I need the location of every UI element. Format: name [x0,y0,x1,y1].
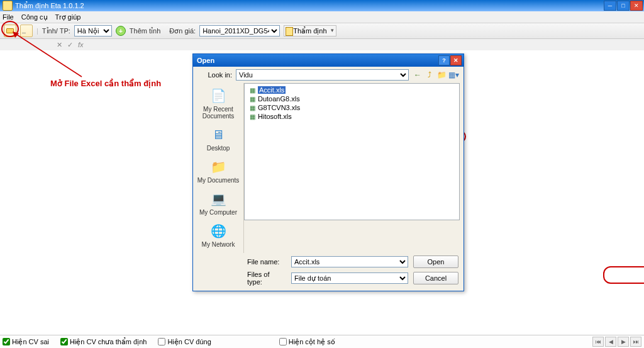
file-item[interactable]: ▦Hitosoft.xls [248,112,455,121]
fx-icon[interactable]: fx [78,41,84,48]
open-file-button[interactable] [4,25,16,37]
dialog-title: Open [197,57,214,64]
menu-bar: File Công cụ Trợ giúp [0,11,644,23]
open-button[interactable]: Open [413,255,458,268]
menu-file[interactable]: File [3,13,14,21]
dialog-close-button[interactable]: ✕ [450,55,462,65]
sheet-prev-icon[interactable]: ◀ [605,337,616,347]
up-icon[interactable]: ⤴ [425,70,435,80]
sheet-nav: ⏮ ◀ ▶ ⏭ [592,337,641,347]
unit-price-select[interactable]: Hanoi_2011XD_DG5481 [199,25,280,36]
lookin-label: Look in: [198,71,232,79]
menu-help[interactable]: Trợ giúp [55,13,81,21]
excel-file-icon: ▦ [248,86,256,94]
chk-cv-sai[interactable]: Hiện CV sai [3,338,49,346]
filetype-select[interactable]: File dự toán [291,272,408,284]
status-bar: Hiện CV sai Hiện CV chưa thẩm định Hiện … [0,335,644,348]
close-button[interactable]: ✕ [630,1,643,11]
province-select[interactable]: Hà Nội [74,25,112,36]
sheet-next-icon[interactable]: ▶ [618,337,629,347]
sheet-first-icon[interactable]: ⏮ [592,337,604,347]
menu-tools[interactable]: Công cụ [21,13,48,21]
cancel-edit-icon[interactable]: ✕ [57,41,62,49]
add-province-button[interactable]: + [116,26,126,36]
unit-price-label: Đơn giá: [169,27,196,35]
toolbar: | Tỉnh/ TP: Hà Nội + Thêm tỉnh Đơn giá: … [0,23,644,39]
view-menu-icon[interactable]: ▦▾ [448,70,458,80]
province-label: Tỉnh/ TP: [42,27,70,35]
place-mycomputer[interactable]: 💻 My Computer [193,189,243,216]
chk-cot-heso[interactable]: Hiện cột hệ số [279,338,335,346]
back-icon[interactable]: ← [413,70,423,80]
filename-label: File name: [247,258,286,266]
formula-bar: ✕ ✓ fx [0,39,644,51]
places-bar: 📄 My Recent Documents 🖥 Desktop 📁 My Doc… [193,83,244,253]
app-icon [3,1,13,11]
lookin-select[interactable]: Vidu [236,69,409,81]
place-desktop[interactable]: 🖥 Desktop [193,125,243,152]
dialog-nav-icons: ← ⤴ 📁 ▦▾ [413,70,458,80]
new-folder-icon[interactable]: 📁 [436,70,447,80]
chk-cv-dung[interactable]: Hiện CV đúng [158,338,211,346]
add-province-label: Thêm tỉnh [130,27,160,35]
cancel-button[interactable]: Cancel [413,272,458,284]
appraise-dropdown[interactable]: Thẩm định [284,25,336,36]
file-list[interactable]: ▦Accit.xls ▦DutoanG8.xls ▦G8TCVN3.xls ▦H… [244,83,460,220]
sheet-last-icon[interactable]: ⏭ [630,337,641,347]
window-titlebar: Thẩm định Eta 1.0.1.2 ─ □ ✕ [0,0,644,11]
window-title: Thẩm định Eta 1.0.1.2 [15,2,84,10]
dialog-titlebar: Open ? ✕ [193,54,464,67]
file-item[interactable]: ▦G8TCVN3.xls [248,103,455,112]
maximize-button[interactable]: □ [617,1,630,11]
annotation-text: Mở File Excel cần thẩm định [50,79,161,88]
place-mydocuments[interactable]: 📁 My Documents [193,157,243,184]
print-button[interactable] [20,25,33,37]
confirm-edit-icon[interactable]: ✓ [67,41,73,49]
dialog-help-button[interactable]: ? [438,55,450,65]
filetype-label: Files of type: [247,271,286,286]
excel-file-icon: ▦ [248,95,256,103]
place-mynetwork[interactable]: 🌐 My Network [193,221,243,248]
excel-file-icon: ▦ [248,104,256,111]
place-recent[interactable]: 📄 My Recent Documents [193,86,243,120]
open-dialog: Open ? ✕ Look in: Vidu ← ⤴ 📁 ▦▾ 📄 My Rec… [192,53,464,291]
minimize-button[interactable]: ─ [604,1,616,11]
file-item[interactable]: ▦DutoanG8.xls [248,94,455,103]
excel-file-icon: ▦ [248,113,256,120]
filename-input[interactable]: Accit.xls [291,256,408,267]
chk-cv-chua[interactable]: Hiện CV chưa thẩm định [60,338,147,346]
file-item[interactable]: ▦Accit.xls [248,86,455,94]
